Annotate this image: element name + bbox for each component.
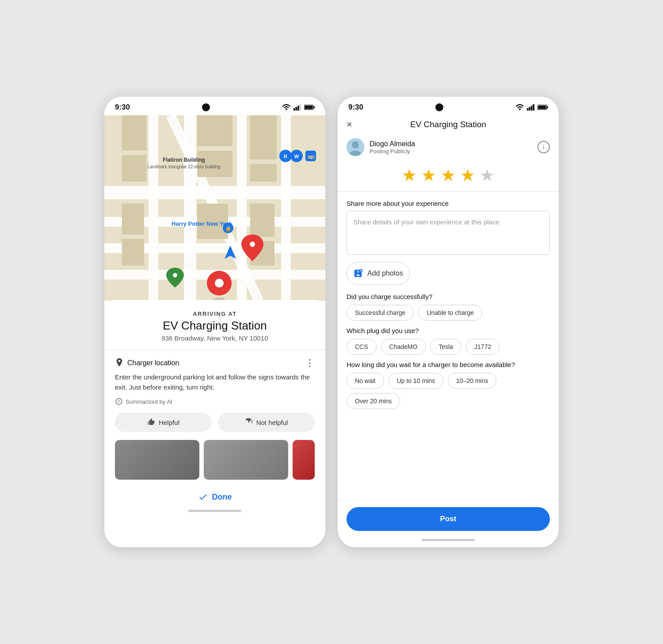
right-header-title: EV Charging Station	[410, 120, 486, 129]
user-name: Diogo Almeida	[370, 140, 415, 148]
svg-rect-2	[297, 106, 299, 110]
experience-textarea[interactable]: Share details of your own experience at …	[347, 211, 550, 255]
right-battery-icon	[537, 104, 548, 110]
avatar	[347, 138, 364, 156]
charger-location-label: Charger location	[127, 359, 179, 367]
svg-rect-23	[122, 204, 144, 235]
add-photo-icon	[353, 269, 363, 278]
bottom-sheet: ARRIVING AT EV Charging Station 936 Broa…	[104, 300, 325, 547]
charge-question: Did you charge successfully?	[338, 293, 559, 305]
signal-icon	[293, 104, 301, 111]
svg-rect-53	[547, 106, 548, 108]
thumbs-up-icon	[147, 418, 155, 426]
svg-text:🚌: 🚌	[307, 152, 315, 160]
experience-placeholder: Share details of your own experience at …	[353, 217, 543, 227]
unable-to-charge-chip[interactable]: Unable to charge	[418, 305, 482, 321]
star-1[interactable]: ★	[402, 166, 417, 185]
svg-point-46	[215, 279, 224, 288]
left-status-icons	[282, 104, 315, 111]
10-20-mins-chip[interactable]: 10–20 mins	[448, 373, 496, 389]
user-left: Diogo Almeida Posting Publicly	[347, 138, 415, 156]
info-button[interactable]: i	[537, 141, 550, 153]
star-5[interactable]: ★	[480, 166, 495, 185]
camera-dot	[202, 103, 210, 111]
not-helpful-button[interactable]: Not helpful	[218, 413, 315, 432]
svg-rect-1	[296, 107, 297, 110]
ai-label: Summarized by AI	[126, 398, 172, 405]
svg-rect-21	[250, 115, 277, 159]
station-address: 936 Broadway, New York, NY 10010	[115, 334, 315, 342]
star-3[interactable]: ★	[441, 166, 456, 185]
svg-text:Flatiron Building: Flatiron Building	[163, 157, 205, 163]
svg-point-55	[352, 141, 359, 148]
plug-question: Which plug did you use?	[338, 327, 559, 339]
svg-rect-6	[313, 106, 315, 108]
close-button[interactable]: ×	[347, 119, 352, 130]
map-area: Flatiron Building Landmark triangular 22…	[104, 115, 325, 301]
chademo-chip[interactable]: ChadeMO	[381, 339, 426, 355]
svg-rect-18	[122, 155, 146, 182]
svg-point-41	[250, 242, 255, 247]
left-phone: 9:30	[104, 97, 325, 547]
photos-row	[115, 440, 315, 480]
over-20-mins-chip[interactable]: Over 20 mins	[347, 393, 400, 409]
right-status-icons	[515, 104, 548, 111]
wait-chips-row: No wait Up to 10 mins 10–20 mins Over 20…	[338, 373, 559, 415]
battery-icon	[304, 104, 315, 110]
photo-thumb-3	[293, 440, 315, 480]
thumbs-down-icon	[245, 418, 253, 426]
more-options-button[interactable]: ⋮	[305, 357, 315, 369]
not-helpful-label: Not helpful	[256, 419, 288, 426]
plug-chips-row: CCS ChadeMO Tesla J1772	[338, 339, 559, 361]
photo-thumb-2	[204, 440, 288, 480]
checkmark-icon	[198, 492, 208, 502]
right-camera-dot	[435, 103, 443, 111]
avatar-image	[347, 138, 364, 156]
svg-rect-17	[122, 115, 146, 151]
star-2[interactable]: ★	[421, 166, 436, 185]
post-button[interactable]: Post	[347, 507, 550, 531]
j1772-chip[interactable]: J1772	[466, 339, 499, 355]
no-wait-chip[interactable]: No wait	[347, 373, 384, 389]
right-header: × EV Charging Station	[338, 115, 559, 134]
svg-text:🔒: 🔒	[225, 225, 232, 231]
wait-question: How long did you wait for a charger to b…	[338, 361, 559, 373]
right-status-bar: 9:30	[338, 97, 559, 115]
done-row[interactable]: Done	[115, 484, 315, 506]
svg-rect-0	[293, 108, 295, 110]
right-scroll-area[interactable]: Diogo Almeida Posting Publicly i ★ ★ ★ ★…	[338, 134, 559, 500]
share-label: Share more about your experience	[338, 197, 559, 211]
right-time: 9:30	[348, 103, 363, 112]
svg-rect-5	[305, 106, 312, 109]
charger-location-left: Charger location	[115, 358, 179, 368]
charger-location-row: Charger location ⋮	[115, 350, 315, 372]
ai-summary-row: Summarized by AI	[115, 398, 315, 405]
user-subtitle: Posting Publicly	[370, 148, 415, 155]
photo-thumb-1	[115, 440, 199, 480]
helpful-row: Helpful Not helpful	[115, 413, 315, 432]
svg-rect-12	[149, 115, 158, 301]
add-photos-label: Add photos	[367, 269, 403, 277]
ccs-chip[interactable]: CCS	[347, 339, 377, 355]
star-4[interactable]: ★	[460, 166, 475, 185]
svg-rect-15	[281, 115, 291, 301]
divider-2	[338, 191, 559, 192]
svg-rect-3	[300, 104, 301, 110]
user-info: Diogo Almeida Posting Publicly	[370, 140, 415, 155]
svg-rect-26	[250, 204, 274, 237]
svg-rect-24	[122, 239, 144, 265]
helpful-label: Helpful	[159, 419, 179, 426]
wifi-icon	[282, 104, 291, 111]
charger-description: Enter the underground parking lot and fo…	[115, 372, 315, 392]
app-container: 9:30	[104, 97, 559, 547]
right-signal-icon	[527, 104, 535, 111]
up-to-10-mins-chip[interactable]: Up to 10 mins	[389, 373, 443, 389]
add-photos-button[interactable]: Add photos	[347, 262, 410, 285]
svg-rect-47	[527, 108, 529, 110]
post-btn-area: Post	[338, 500, 559, 535]
helpful-button[interactable]: Helpful	[115, 413, 212, 432]
tesla-chip[interactable]: Tesla	[430, 339, 461, 355]
svg-rect-50	[533, 104, 535, 110]
svg-rect-22	[250, 164, 277, 182]
successful-charge-chip[interactable]: Successful charge	[347, 305, 414, 321]
